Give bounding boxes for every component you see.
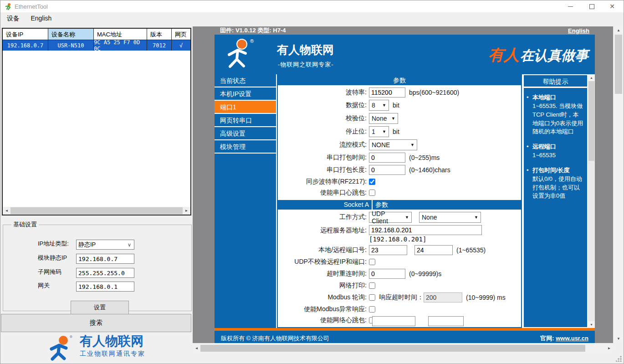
static-ip-label: 模块静态IP bbox=[38, 254, 67, 262]
nav-item-module-mgmt[interactable]: 模块管理 bbox=[215, 140, 276, 154]
column-header-mac[interactable]: MAC地址 bbox=[94, 29, 147, 40]
set-button[interactable]: 设置 bbox=[71, 301, 129, 314]
embedded-webview: 固件: V1.0.12 类型: H7-4 English ® 有人物联网 -物联… bbox=[193, 26, 613, 343]
static-ip-input[interactable] bbox=[76, 254, 134, 264]
scroll-down-icon[interactable]: ▼ bbox=[614, 335, 623, 343]
usr-site-link[interactable]: www.usr.cn bbox=[556, 335, 588, 342]
help-item-title: 打包时间/长度 bbox=[532, 166, 583, 175]
app-icon bbox=[5, 3, 12, 10]
databits-select[interactable]: 8 ▼ bbox=[369, 100, 389, 111]
baud-row: 波特率: bps(600~921600) bbox=[278, 87, 521, 97]
resize-grip[interactable] bbox=[616, 356, 622, 362]
subnet-input[interactable] bbox=[76, 268, 134, 278]
page-header: ® 有人物联网 -物联网之联网专家- 有人在认真做事 bbox=[215, 35, 595, 74]
table-row[interactable]: 192.168.0.7 USR-N510 9C A5 25 F7 0D 0C 7… bbox=[3, 40, 190, 51]
search-button[interactable]: 搜索 bbox=[1, 314, 191, 332]
titlebar: EthernetTool ✕ bbox=[0, 0, 624, 12]
gateway-input[interactable] bbox=[76, 282, 134, 292]
scrollbar-track[interactable] bbox=[588, 161, 595, 321]
subnet-row: 子网掩码 bbox=[9, 268, 197, 279]
logo-tagline-text: 工业物联网通讯专家 bbox=[80, 350, 145, 358]
cell-device-ip: 192.168.0.7 bbox=[3, 40, 48, 51]
bullet-icon: • bbox=[527, 143, 532, 160]
column-header-ip[interactable]: 设备IP bbox=[3, 29, 48, 40]
table-horizontal-scrollbar[interactable]: ◄ ► bbox=[3, 207, 190, 215]
work-submode-value: None bbox=[422, 214, 437, 221]
maximize-button[interactable] bbox=[581, 0, 602, 12]
scrollbar-thumb[interactable] bbox=[588, 81, 594, 161]
stopbits-select[interactable]: 1 ▼ bbox=[369, 126, 389, 137]
english-link[interactable]: English bbox=[568, 27, 589, 34]
scroll-up-icon[interactable]: ▲ bbox=[588, 74, 595, 81]
page-slogan: 有人在认真做事 bbox=[488, 45, 588, 66]
window-horizontal-scrollbar[interactable]: ◄ ► bbox=[193, 344, 613, 352]
scrollbar-thumb[interactable] bbox=[10, 207, 183, 214]
stopbits-row: 停止位: 1 ▼ bit bbox=[278, 126, 521, 137]
pack-time-label: 串口打包时间: bbox=[278, 154, 369, 162]
nav-item-web-to-serial[interactable]: 网页转串口 bbox=[215, 114, 276, 127]
scrollbar-thumb[interactable] bbox=[615, 35, 622, 94]
sync-baud-checkbox[interactable] bbox=[369, 179, 375, 185]
remote-port-input[interactable] bbox=[414, 245, 453, 255]
close-button[interactable]: ✕ bbox=[602, 0, 623, 12]
clipped-input[interactable] bbox=[372, 316, 415, 326]
pack-time-suffix: (0~255)ms bbox=[409, 154, 440, 161]
local-port-input[interactable] bbox=[369, 245, 407, 255]
nav-item-advanced[interactable]: 高级设置 bbox=[215, 127, 276, 140]
dropdown-arrow-icon: ▼ bbox=[382, 103, 386, 108]
scroll-left-icon[interactable]: ◄ bbox=[193, 344, 200, 352]
net-print-checkbox[interactable] bbox=[369, 282, 375, 289]
column-header-version[interactable]: 版本 bbox=[147, 29, 172, 40]
scroll-left-icon[interactable]: ◄ bbox=[3, 207, 10, 215]
clipped-input[interactable] bbox=[428, 316, 464, 326]
parity-select[interactable]: None ▼ bbox=[369, 113, 398, 124]
app-logo: ® 有人物联网 工业物联网通讯专家 bbox=[0, 334, 192, 363]
uart-heartbeat-checkbox[interactable] bbox=[369, 190, 375, 196]
dropdown-arrow-icon: ▼ bbox=[382, 129, 386, 134]
help-item-body: 1~65535 bbox=[532, 151, 556, 160]
menu-item-english[interactable]: English bbox=[26, 12, 56, 24]
reconnect-input[interactable] bbox=[369, 269, 405, 279]
udp-nocheck-checkbox[interactable] bbox=[369, 259, 375, 265]
help-item-body: 默认0/0，使用自动打包机制；也可以设置为非0值 bbox=[532, 175, 583, 201]
column-header-name[interactable]: 设备名称 bbox=[48, 29, 94, 40]
menu-item-device[interactable]: 设备 bbox=[2, 12, 24, 25]
chevron-down-icon: ∨ bbox=[128, 242, 131, 248]
scroll-right-icon[interactable]: ► bbox=[183, 207, 190, 215]
modbus-exc-label: 使能Modbus异常响应: bbox=[278, 305, 369, 313]
scrollbar-thumb[interactable] bbox=[200, 345, 585, 352]
scroll-right-icon[interactable]: ► bbox=[605, 344, 613, 352]
stopbits-suffix: bit bbox=[393, 128, 399, 135]
ip-type-label: IP地址类型: bbox=[38, 240, 69, 248]
modbus-timeout-input[interactable] bbox=[424, 292, 462, 302]
svg-text:®: ® bbox=[250, 38, 254, 44]
pack-len-suffix: (0~1460)chars bbox=[409, 166, 450, 174]
baud-input[interactable] bbox=[369, 87, 405, 97]
slogan-white-part: 在认真做事 bbox=[520, 48, 588, 63]
help-panel: 帮助提示 • 本地端口 1~65535. 当模块做TCP Client时，本地端… bbox=[523, 74, 588, 328]
remote-addr-resolved: [192.168.0.201] bbox=[369, 236, 482, 243]
nav-item-port1[interactable]: 端口1 bbox=[215, 101, 276, 114]
pack-len-input[interactable] bbox=[369, 165, 405, 175]
cell-device-name: USR-N510 bbox=[48, 40, 94, 51]
scroll-up-icon[interactable]: ▲ bbox=[614, 26, 623, 34]
pack-time-input[interactable] bbox=[369, 153, 405, 163]
nav-item-current-status[interactable]: 当前状态 bbox=[215, 74, 276, 87]
work-mode-select[interactable]: UDP Client ▼ bbox=[369, 212, 412, 223]
udp-nocheck-label: UDP不校验远程IP和端口: bbox=[278, 258, 369, 266]
modbus-poll-checkbox[interactable] bbox=[369, 294, 375, 301]
work-submode-select[interactable]: None ▼ bbox=[419, 212, 481, 223]
flowctrl-select[interactable]: NONE ▼ bbox=[369, 139, 417, 150]
window-vertical-scrollbar[interactable]: ▲ ▼ bbox=[614, 26, 623, 343]
modbus-exc-checkbox[interactable] bbox=[369, 306, 375, 313]
content-vertical-scrollbar[interactable]: ▲ ▼ bbox=[588, 74, 595, 328]
nav-item-local-ip[interactable]: 本机IP设置 bbox=[215, 87, 276, 101]
pack-len-row: 串口打包长度: (0~1460)chars bbox=[278, 165, 521, 175]
device-table: 设备IP 设备名称 MAC地址 版本 网页 192.168.0.7 USR-N5… bbox=[2, 28, 191, 215]
minimize-button[interactable] bbox=[560, 0, 581, 12]
scroll-down-icon[interactable]: ▼ bbox=[588, 321, 595, 328]
column-header-web[interactable]: 网页 bbox=[172, 29, 190, 40]
minimize-icon bbox=[568, 6, 573, 7]
ip-type-select[interactable]: 静态IP ∨ bbox=[76, 240, 134, 250]
remote-addr-input[interactable] bbox=[369, 225, 482, 235]
